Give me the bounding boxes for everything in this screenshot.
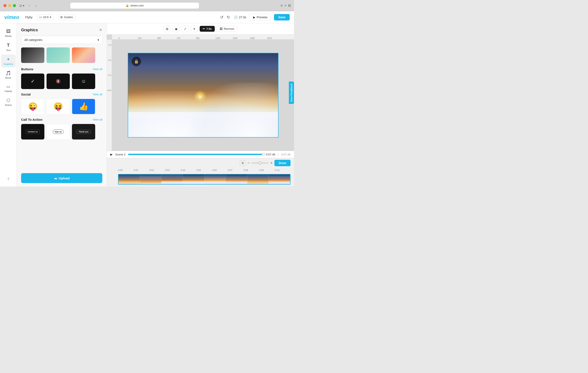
social-view-all-button[interactable]: View all (93, 93, 102, 96)
done-button[interactable]: Done (274, 160, 291, 166)
preview-label: Preview (257, 16, 268, 19)
color-wheel-icon: ◉ (175, 27, 178, 31)
filmstrip[interactable] (118, 174, 291, 185)
app-header: vimeo Flyby ▭ 16:9 ▾ ⊞ Guides ↺ ↻ 🕐 27.0… (0, 11, 294, 23)
share-button[interactable]: ⎋ (281, 4, 283, 8)
tabs-button[interactable]: ⧉ (288, 4, 291, 8)
zoom-slider-thumb[interactable] (258, 162, 261, 165)
upload-icon: ☁ (54, 176, 57, 180)
social-thumb-tongue[interactable]: 😜 (21, 99, 44, 114)
contact-us-label: Contact us (26, 130, 40, 134)
film-frame-5 (204, 175, 226, 184)
chevron-down-icon: ▾ (98, 38, 99, 42)
zoom-out-button[interactable]: − (247, 161, 250, 165)
cta-thumb-contact[interactable]: Contact us (21, 124, 44, 140)
sidebar-item-music[interactable]: 🎵 Music (1, 68, 16, 81)
sidebar-toggle-button[interactable]: ⊡ ▾ (19, 3, 25, 8)
columns-button[interactable]: ⊞ (240, 160, 246, 165)
zoom-slider[interactable] (251, 163, 269, 164)
expand-button[interactable]: ⤢ (182, 26, 189, 32)
header-right: ↺ ↻ 🕐 27.0s ▶ Preview Save (219, 14, 290, 21)
sidebar-item-graphics[interactable]: ✦ Graphics (1, 55, 16, 67)
back-button[interactable]: ‹ (28, 3, 32, 8)
time-labels-row: 0:00 0:01 0:02 0:03 0:04 0:05 0:06 0:07 … (107, 168, 294, 172)
monitor-icon: ▭ (39, 16, 42, 19)
fullscreen-traffic-light[interactable] (13, 4, 16, 7)
play-button[interactable]: ▶ (110, 153, 113, 156)
time-label-002: 0:02 (149, 169, 165, 171)
sidebar-item-media[interactable]: 🖼 Media (1, 27, 16, 39)
timeline-progress-bar[interactable] (128, 154, 263, 155)
minimize-traffic-light[interactable] (8, 4, 11, 7)
forward-button[interactable]: › (34, 3, 38, 8)
ruler-mark-960: 960 (196, 37, 200, 39)
scissors-time-label: 7.5s (206, 27, 212, 30)
cta-thumb-thankyou[interactable]: Thank you (72, 124, 95, 140)
browser-actions: ⎋ + ⧉ (281, 4, 291, 8)
panel-title: Graphics (21, 28, 38, 32)
cta-view-all-button[interactable]: View all (93, 118, 102, 121)
timeline-handle[interactable] (262, 153, 265, 156)
buttons-section-title: Buttons (21, 67, 33, 71)
layout-button[interactable]: ⊞ (163, 26, 171, 32)
redo-button[interactable]: ↻ (226, 14, 231, 21)
zoom-in-button[interactable]: + (270, 161, 273, 165)
guides-label: Guides (64, 16, 73, 19)
help-button[interactable]: ? (6, 176, 11, 183)
undo-button[interactable]: ↺ (219, 14, 224, 21)
button-thumb-check[interactable]: ✓ (21, 74, 44, 89)
remove-button[interactable]: 🖼 Remove (216, 26, 237, 32)
guides-button[interactable]: ⊞ Guides (58, 14, 75, 20)
buttons-view-all-button[interactable]: View all (93, 67, 102, 71)
gradient-thumb-orange[interactable] (72, 47, 95, 63)
cta-thumb-signup[interactable]: Sign up (47, 124, 70, 140)
brand-icon: ⬡ (6, 98, 10, 103)
close-traffic-light[interactable] (3, 4, 6, 7)
feedback-tab[interactable]: Give Feedback (289, 81, 294, 104)
sidebar-item-palette[interactable]: ▭ Palette (1, 82, 16, 95)
buttons-section: Buttons View all ✓ 🔇 ☺ (17, 67, 107, 92)
feedback-label[interactable]: Give Feedback (289, 81, 294, 104)
duration-display: 🕐 27.0s (234, 16, 246, 19)
sidebar-item-brand[interactable]: ⬡ Brand (1, 96, 16, 109)
gradient-thumb-teal[interactable] (47, 47, 70, 63)
gradient-thumb-bw[interactable] (21, 47, 44, 63)
duration-value: 27.0s (239, 16, 246, 19)
social-thumb-laugh[interactable]: 😝 (47, 99, 70, 114)
ruler-mark-1200: 1200 (215, 37, 220, 39)
close-panel-button[interactable]: ✕ (99, 28, 102, 32)
aspect-ratio-button[interactable]: ▭ 16:9 ▾ (37, 14, 54, 20)
play-icon: ▶ (110, 153, 113, 156)
canvas-toolbar: ⊞ ◉ ⤢ ✦ ✂ 7.5s 🖼 Remove (107, 23, 294, 34)
panel-scroll[interactable]: Buttons View all ✓ 🔇 ☺ (17, 67, 107, 170)
upload-button[interactable]: ☁ Upload (21, 173, 102, 183)
preview-button[interactable]: ▶ Preview (249, 14, 271, 21)
save-button[interactable]: Save (274, 14, 290, 21)
scissors-button[interactable]: ✂ 7.5s (200, 26, 215, 32)
social-thumb-thumbs[interactable]: 👍 (72, 99, 95, 114)
hash-icon: ⊞ (60, 16, 63, 19)
ruler-mark-720: 720 (177, 37, 180, 39)
v-ruler-mark-540: 540 (108, 59, 111, 61)
new-tab-button[interactable]: + (284, 4, 286, 8)
social-section-header: Social View all (21, 92, 102, 96)
layout-icon: ⊞ (166, 27, 168, 31)
time-label-006: 0:06 (212, 169, 228, 171)
button-thumb-mute[interactable]: 🔇 (47, 74, 70, 89)
browser-chrome: ⊡ ▾ ‹ › 🔒 vimeo.com ⎋ + ⧉ (0, 0, 294, 11)
time-label-005: 0:05 (196, 169, 212, 171)
media-icon: 🖼 (6, 29, 10, 34)
sidebar-item-text[interactable]: T Text (1, 40, 16, 54)
time-label-010: 0:10 (275, 169, 291, 171)
film-frame-3 (161, 175, 183, 184)
category-select[interactable]: All categories ▾ (21, 36, 102, 44)
remove-label: Remove (224, 27, 234, 30)
button-thumb-smile[interactable]: ☺ (72, 74, 95, 89)
time-label-009: 0:09 (259, 169, 275, 171)
color-button[interactable]: ◉ (173, 26, 180, 32)
scene-row: ▶ Scene 2 0:07.46 / 0:07.46 (107, 151, 294, 158)
brush-button[interactable]: ✦ (191, 26, 198, 32)
canvas-viewport: 0 240 480 720 960 1200 1440 1680 1920 27… (107, 34, 294, 151)
sidebar-item-label: Music (5, 77, 11, 79)
url-bar[interactable]: 🔒 vimeo.com (70, 2, 199, 9)
